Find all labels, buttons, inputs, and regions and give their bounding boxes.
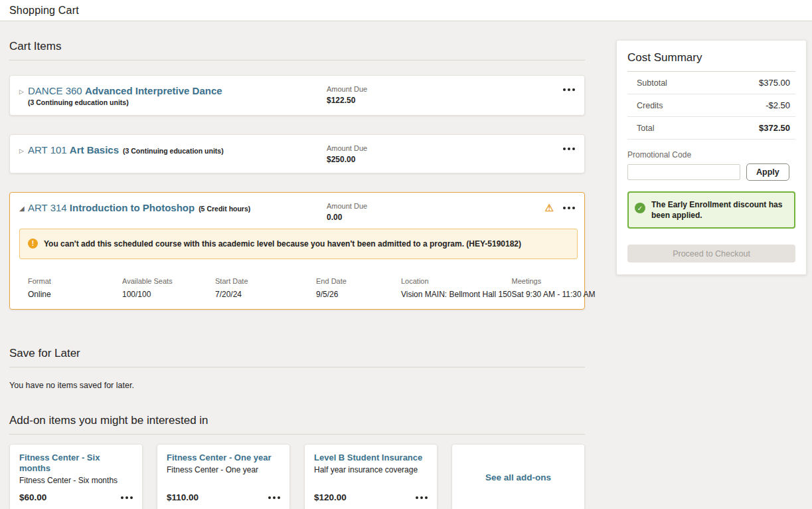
course-code: ART 314 xyxy=(28,202,67,213)
course-name: Art Basics xyxy=(70,144,119,155)
amount-due-label: Amount Due xyxy=(327,144,563,153)
addon-subtitle: Fitness Center - Six months xyxy=(19,476,133,485)
total-value: $372.50 xyxy=(759,123,790,133)
addon-subtitle: Fitness Center - One year xyxy=(167,465,280,474)
course-title: DANCE 360 Advanced Interpretive Dance xyxy=(28,84,222,98)
total-label: Total xyxy=(637,124,654,133)
course-details-row: Format Online Available Seats 100/100 St… xyxy=(19,276,575,299)
promo-code-label: Promotional Code xyxy=(627,150,795,159)
warning-message: You can't add this scheduled course with… xyxy=(44,239,521,249)
cost-summary-column: Cost Summary Subtotal $375.00 Credits -$… xyxy=(616,40,807,509)
see-all-addons-label: See all add-ons xyxy=(485,472,551,482)
cart-item-art-314[interactable]: ◢ ART 314 Introduction to Photoshop(5 Cr… xyxy=(9,192,585,310)
page-content: Cart Items ▷ DANCE 360 Advanced Interpre… xyxy=(0,21,812,509)
discount-success-message: The Early Enrollment discount has been a… xyxy=(651,199,787,221)
addon-actions-menu[interactable] xyxy=(268,494,280,502)
item-actions-menu[interactable] xyxy=(563,145,575,153)
addon-subtitle: Half year insurance coverage xyxy=(314,465,428,474)
detail-meetings: Meetings Sat 9:30 AM - 11:30 AM xyxy=(512,276,596,299)
course-warning-banner: ! You can't add this scheduled course wi… xyxy=(19,229,578,259)
expand-caret-icon[interactable]: ▷ xyxy=(19,88,28,95)
cart-item-title-block: ▷ DANCE 360 Advanced Interpretive Dance … xyxy=(19,84,327,106)
detail-format: Format Online xyxy=(28,276,122,299)
addon-card-fitness-one-year[interactable]: Fitness Center - One year Fitness Center… xyxy=(157,444,290,509)
course-code: ART 101 xyxy=(28,144,67,155)
page-title: Shopping Cart xyxy=(9,5,79,17)
cart-item-title-block: ▷ ART 101 Art Basics(3 Continuing educat… xyxy=(19,144,327,157)
subtotal-row: Subtotal $375.00 xyxy=(627,72,795,94)
course-title: ART 314 Introduction to Photoshop(5 Cred… xyxy=(28,201,250,215)
amount-due-block: Amount Due $122.50 xyxy=(327,84,563,105)
detail-start-date: Start Date 7/20/24 xyxy=(215,276,316,299)
warning-exclaim-icon: ! xyxy=(28,239,38,249)
item-actions-menu[interactable] xyxy=(563,86,575,94)
detail-location: Location Vision MAIN: Bellmont Hall 150 xyxy=(401,276,512,299)
amount-due-block: Amount Due 0.00 xyxy=(327,201,545,222)
addon-actions-menu[interactable] xyxy=(121,494,133,502)
cost-summary-heading: Cost Summary xyxy=(627,51,795,72)
addon-actions-menu[interactable] xyxy=(416,494,428,502)
course-units: (5 Credit hours) xyxy=(199,205,250,213)
cost-summary-panel: Cost Summary Subtotal $375.00 Credits -$… xyxy=(616,40,807,275)
addons-list: Fitness Center - Six months Fitness Cent… xyxy=(9,444,585,509)
addon-price: $120.00 xyxy=(314,492,347,502)
subtotal-label: Subtotal xyxy=(637,78,667,88)
credits-row: Credits -$2.50 xyxy=(627,94,795,117)
amount-due-value: $250.00 xyxy=(327,155,563,164)
promo-code-input[interactable] xyxy=(627,164,740,180)
credits-label: Credits xyxy=(637,101,663,110)
detail-end-date: End Date 9/5/26 xyxy=(316,276,401,299)
addon-title: Level B Student Insurance xyxy=(314,453,428,463)
course-name: Advanced Interpretive Dance xyxy=(85,85,222,96)
save-for-later-heading: Save for Later xyxy=(9,347,585,367)
cart-items-list: ▷ DANCE 360 Advanced Interpretive Dance … xyxy=(9,75,585,310)
addon-price: $110.00 xyxy=(167,492,199,502)
credits-value: -$2.50 xyxy=(766,100,790,110)
total-row: Total $372.50 xyxy=(627,117,795,140)
apply-promo-button[interactable]: Apply xyxy=(746,163,789,181)
subtotal-value: $375.00 xyxy=(759,78,790,88)
warning-triangle-icon: ⚠ xyxy=(545,203,554,213)
item-actions-menu[interactable] xyxy=(563,204,575,212)
cart-item-art-101[interactable]: ▷ ART 101 Art Basics(3 Continuing educat… xyxy=(9,134,585,173)
addon-title: Fitness Center - One year xyxy=(167,453,280,463)
cart-items-heading: Cart Items xyxy=(9,40,585,60)
collapse-caret-icon[interactable]: ◢ xyxy=(19,205,28,212)
amount-due-label: Amount Due xyxy=(327,201,545,211)
discount-success-banner: ✓ The Early Enrollment discount has been… xyxy=(627,191,795,229)
addon-card-fitness-six-months[interactable]: Fitness Center - Six months Fitness Cent… xyxy=(9,444,143,509)
amount-due-value: $122.50 xyxy=(327,96,563,105)
cart-item-dance-360[interactable]: ▷ DANCE 360 Advanced Interpretive Dance … xyxy=(9,75,585,116)
addons-heading: Add-on items you might be interested in xyxy=(9,414,585,435)
addon-card-student-insurance[interactable]: Level B Student Insurance Half year insu… xyxy=(304,444,438,509)
amount-due-value: 0.00 xyxy=(327,213,545,222)
course-code: DANCE 360 xyxy=(28,85,82,96)
addon-title: Fitness Center - Six months xyxy=(19,453,133,474)
detail-available-seats: Available Seats 100/100 xyxy=(122,276,215,299)
save-for-later-empty-text: You have no items saved for later. xyxy=(9,381,585,390)
page-header: Shopping Cart xyxy=(0,0,812,21)
expand-caret-icon[interactable]: ▷ xyxy=(19,148,28,154)
proceed-to-checkout-button[interactable]: Proceed to Checkout xyxy=(627,245,795,262)
success-check-icon: ✓ xyxy=(635,203,645,213)
see-all-addons-card[interactable]: See all add-ons xyxy=(451,444,585,509)
amount-due-label: Amount Due xyxy=(327,84,563,94)
course-units: (3 Continuing education units) xyxy=(28,98,327,106)
course-units: (3 Continuing education units) xyxy=(123,147,224,155)
cart-main-column: Cart Items ▷ DANCE 360 Advanced Interpre… xyxy=(9,40,585,509)
addon-price: $60.00 xyxy=(19,492,46,502)
course-name: Introduction to Photoshop xyxy=(70,202,195,213)
amount-due-block: Amount Due $250.00 xyxy=(327,144,563,164)
cart-item-title-block: ◢ ART 314 Introduction to Photoshop(5 Cr… xyxy=(19,201,327,215)
course-title: ART 101 Art Basics(3 Continuing educatio… xyxy=(28,144,224,157)
